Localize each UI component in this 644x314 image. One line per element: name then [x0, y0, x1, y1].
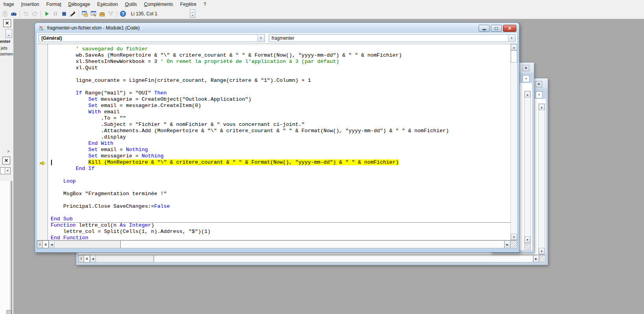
menu-item[interactable]: Insertion — [18, 0, 43, 8]
toolbar-options-grip[interactable]: ▾ — [190, 9, 195, 18]
close-button[interactable]: ✕ — [503, 25, 516, 32]
procedure-dropdown[interactable]: fragmenter ▼ — [269, 34, 516, 42]
code-line: Function lettre_col(n As Integer) — [51, 222, 510, 229]
scroll-up-icon[interactable]: ▲ — [525, 91, 530, 98]
menu-item[interactable]: hage — [0, 0, 18, 8]
procedure-view-icon[interactable]: ≡ — [78, 255, 84, 262]
code-line: Loop — [51, 178, 510, 185]
code-line: If Range("mail") = "OUI" Then — [51, 90, 510, 96]
paste-icon[interactable] — [1, 10, 9, 18]
background-window-2-vscrollbar[interactable]: ▲ ▼ — [538, 103, 545, 255]
background-window-1-close-icon[interactable]: ✕ — [523, 65, 529, 71]
background-window-2-close-icon[interactable]: ✕ — [536, 81, 542, 87]
text-cursor — [51, 160, 52, 165]
design-mode-icon[interactable] — [68, 10, 77, 18]
code-line: End With — [51, 140, 510, 147]
project-explorer-icon[interactable] — [81, 10, 89, 18]
chevron-down-icon[interactable]: ▼ — [257, 35, 264, 41]
code-window: fragmenter-un-fichier.xlsm - Module1 (Co… — [35, 22, 519, 253]
project-tree-fragment: jets — [1, 46, 7, 50]
properties-panel-close-button[interactable]: ✕ — [2, 157, 10, 164]
code-window-body: (Général) ▼ fragmenter ▼ ' sauvegared du… — [37, 33, 517, 248]
project-toolbar-grip[interactable]: ▾ — [6, 29, 12, 38]
menu-item[interactable]: Exécution — [94, 0, 121, 8]
reset-icon[interactable] — [60, 10, 68, 18]
panel-icon — [6, 310, 11, 314]
scroll-down-icon[interactable]: ▼ — [525, 236, 530, 243]
hscroll-thumb[interactable] — [55, 241, 121, 248]
resize-grip[interactable] — [539, 255, 546, 262]
code-line: With email — [51, 109, 510, 115]
module-icon — [39, 25, 45, 31]
background-window-1-vscrollbar[interactable]: ▲ ▼ — [524, 91, 531, 243]
combo-row: (Général) ▼ fragmenter ▼ — [37, 33, 517, 44]
code-line: ' sauvegared du fichier — [51, 46, 510, 52]
code-line — [51, 172, 510, 178]
background-window-1-combo-arrow-icon[interactable]: ▼ — [523, 75, 530, 82]
menu-item[interactable]: ? — [200, 0, 210, 8]
chevron-down-icon[interactable]: ▼ — [508, 35, 515, 41]
hscroll-thumb[interactable] — [96, 255, 154, 262]
properties-combo-fragment[interactable]: ▼ — [0, 167, 11, 174]
code-line: End Sub — [51, 216, 510, 222]
properties-panel-fragment — [0, 181, 12, 314]
scroll-up-icon[interactable]: ▲ — [539, 104, 545, 110]
menu-item[interactable]: Outils — [121, 0, 141, 8]
code-line: .To = "" — [51, 115, 510, 122]
execution-point-arrow-icon — [40, 160, 45, 165]
code-line — [51, 84, 510, 90]
code-vscrollbar[interactable]: ▲ ▼ — [510, 44, 517, 240]
code-pane[interactable]: ' sauvegared du fichier wb.SaveAs (MonRe… — [48, 44, 510, 240]
project-tree-fragment: semen — [0, 52, 13, 56]
full-module-view-icon[interactable]: ≣ — [84, 255, 90, 262]
code-line: Principal.Close SaveChanges:=False — [51, 203, 510, 210]
code-line: lettre_col = Split(Cells(1, n).Address, … — [51, 229, 510, 235]
scroll-left-icon[interactable]: ◀ — [49, 240, 55, 248]
code-region: ' sauvegared du fichier wb.SaveAs (MonRe… — [37, 44, 517, 240]
project-panel-close-button[interactable]: ✕ — [3, 19, 11, 27]
background-window-2-hscrollbar[interactable]: ≡ ≣ ◀ ▶ — [78, 255, 546, 262]
procedure-dropdown-value: fragmenter — [272, 35, 294, 41]
code-window-titlebar[interactable]: fragmenter-un-fichier.xlsm - Module1 (Co… — [35, 23, 519, 33]
menu-item[interactable]: Fenêtre — [177, 0, 200, 8]
help-icon[interactable]: ? — [119, 10, 127, 18]
restore-button[interactable] — [491, 25, 502, 32]
menu-item[interactable]: Format — [43, 0, 65, 8]
scroll-right-icon[interactable]: ▶ — [533, 255, 539, 262]
scroll-down-icon[interactable]: ▼ — [511, 234, 517, 240]
undo-icon[interactable] — [22, 10, 30, 18]
toolbox-icon[interactable] — [106, 10, 115, 18]
menu-item[interactable]: Compléments — [141, 0, 177, 8]
full-module-view-icon[interactable]: ≣ — [43, 240, 49, 248]
object-browser-icon[interactable] — [98, 10, 106, 18]
hscroll-track[interactable] — [55, 240, 505, 248]
scroll-up-icon[interactable]: ▲ — [511, 44, 517, 50]
scroll-down-icon[interactable]: ▼ — [539, 248, 545, 254]
run-icon[interactable] — [42, 10, 51, 18]
restore-icon — [495, 27, 498, 30]
menu-bar: hageInsertionFormatDébogageExécutionOuti… — [0, 0, 644, 9]
procedure-view-icon[interactable]: ≡ — [37, 240, 43, 248]
properties-window-icon[interactable] — [89, 10, 97, 18]
vscroll-thumb[interactable] — [511, 50, 517, 63]
find-icon[interactable] — [9, 10, 18, 18]
minimize-icon — [483, 29, 486, 30]
window-controls: ✕ — [479, 25, 516, 32]
object-dropdown[interactable]: (Général) ▼ — [39, 34, 265, 42]
resize-grip[interactable] — [510, 240, 517, 248]
code-line: .Subject = "Fichier " & nomFichier & " v… — [51, 122, 510, 128]
hscroll-track[interactable] — [96, 255, 533, 262]
expander-arrow[interactable]: > — [7, 149, 9, 153]
code-line: Set email = Nothing — [51, 147, 510, 153]
toolbar-separator — [40, 11, 41, 17]
scroll-right-icon[interactable]: ▶ — [505, 240, 510, 248]
code-line: Set messagerie = Nothing — [51, 153, 510, 159]
resize-grip[interactable] — [524, 244, 531, 250]
background-window-2-combo-arrow-icon[interactable]: ▼ — [536, 91, 543, 98]
menu-item[interactable]: Débogage — [65, 0, 94, 8]
scroll-left-icon[interactable]: ◀ — [90, 255, 96, 262]
minimize-button[interactable] — [479, 25, 490, 32]
redo-icon[interactable] — [30, 10, 39, 18]
chevron-down-icon[interactable]: ▼ — [5, 168, 10, 174]
break-icon[interactable] — [51, 10, 59, 18]
